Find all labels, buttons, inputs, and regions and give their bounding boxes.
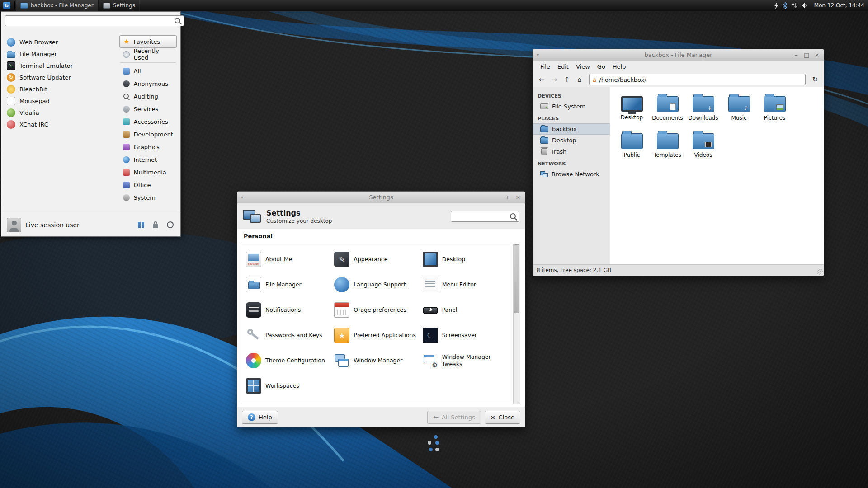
all-settings-button[interactable]: ← All Settings: [427, 411, 481, 424]
menu-app-vidalia[interactable]: Vidalia: [5, 107, 116, 118]
menu-app-terminal-emulator[interactable]: Terminal Emulator: [5, 60, 116, 71]
category-auditing[interactable]: Auditing: [119, 90, 177, 103]
menu-file[interactable]: File: [537, 62, 554, 71]
settings-item-preferred-applications[interactable]: Preferred Applications: [334, 323, 422, 348]
window-shade-icon[interactable]: ▾: [537, 52, 539, 57]
help-button[interactable]: ? Help: [242, 411, 278, 424]
category-office[interactable]: Office: [119, 178, 177, 191]
minimize-button[interactable]: –: [793, 52, 799, 58]
close-button[interactable]: ×: [814, 52, 820, 58]
settings-item-workspaces[interactable]: Workspaces: [246, 373, 334, 399]
folder-desktop[interactable]: Desktop: [614, 92, 650, 129]
whisker-menu: Web Browser File Manager Terminal Emulat…: [1, 11, 181, 237]
settings-search-input[interactable]: [451, 211, 519, 222]
taskbar-item-settings[interactable]: Settings: [99, 0, 140, 11]
sidebar-item-browse-network[interactable]: Browse Network: [533, 169, 610, 180]
settings-item-language-support[interactable]: Language Support: [334, 272, 422, 297]
menu-app-web-browser[interactable]: Web Browser: [5, 36, 116, 48]
logout-button[interactable]: [165, 220, 175, 230]
settings-item-desktop[interactable]: Desktop: [423, 247, 511, 272]
path-bar[interactable]: ⌂ /home/backbox/: [589, 74, 806, 85]
sidebar-item-trash[interactable]: Trash: [533, 146, 610, 157]
scrollbar[interactable]: [513, 244, 520, 404]
menu-app-mousepad[interactable]: Mousepad: [5, 95, 116, 107]
sidebar-item-file-system[interactable]: File System: [533, 101, 610, 112]
settings-manager-button[interactable]: [136, 220, 146, 230]
settings-item-window-manager-tweaks[interactable]: Window Manager Tweaks: [423, 348, 511, 373]
category-all[interactable]: All: [119, 65, 177, 77]
folder-pictures[interactable]: Pictures: [757, 92, 793, 129]
maximize-button[interactable]: □: [804, 52, 809, 58]
launcher-icon[interactable]: [774, 2, 779, 9]
menu-app-file-manager[interactable]: File Manager: [5, 48, 116, 60]
back-button[interactable]: ←: [536, 74, 547, 85]
settings-heading: Settings: [266, 209, 332, 217]
lock-screen-button[interactable]: [151, 220, 160, 230]
category-system[interactable]: System: [119, 191, 177, 204]
network-icon[interactable]: [791, 2, 797, 9]
taskbar-item-file-manager[interactable]: backbox - File Manager: [16, 0, 99, 11]
volume-icon[interactable]: [801, 2, 808, 9]
menu-view[interactable]: View: [572, 62, 594, 71]
file-manager-window: ▾ backbox - File Manager – □ × File Edit…: [533, 49, 824, 276]
search-icon: [510, 213, 516, 219]
category-favorites[interactable]: ★ Favorites: [119, 35, 177, 48]
category-multimedia[interactable]: Multimedia: [119, 166, 177, 178]
multimedia-icon: [123, 169, 130, 176]
forward-button[interactable]: →: [548, 74, 560, 85]
gear-icon: [123, 194, 130, 201]
user-name: Live session user: [25, 221, 80, 229]
category-services[interactable]: Services: [119, 103, 177, 115]
settings-item-window-manager[interactable]: Window Manager: [334, 348, 422, 373]
scrollbar-thumb[interactable]: [514, 244, 519, 313]
menu-search-input[interactable]: [5, 15, 184, 26]
folder-public[interactable]: Public: [614, 129, 650, 166]
sidebar-item-desktop[interactable]: Desktop: [533, 135, 610, 146]
folder-videos[interactable]: Videos: [685, 129, 721, 166]
category-anonymous[interactable]: Anonymous: [119, 77, 177, 90]
close-button[interactable]: ×: [515, 194, 521, 201]
menu-go[interactable]: Go: [594, 62, 609, 71]
category-internet[interactable]: Internet: [119, 153, 177, 166]
file-manager-titlebar[interactable]: ▾ backbox - File Manager – □ ×: [533, 49, 824, 61]
home-button[interactable]: ⌂: [574, 74, 585, 85]
settings-item-orage-preferences[interactable]: Orage preferences: [334, 297, 422, 323]
reload-button[interactable]: ↻: [809, 74, 821, 85]
maximize-button[interactable]: +: [505, 194, 510, 201]
settings-item-appearance[interactable]: Appearance: [334, 247, 422, 272]
category-graphics[interactable]: Graphics: [119, 141, 177, 153]
separator: [120, 62, 176, 63]
file-manager-icon: [7, 52, 15, 58]
folder-documents[interactable]: Documents: [650, 92, 685, 129]
sidebar-item-backbox[interactable]: backbox: [533, 123, 610, 135]
category-accessories[interactable]: Accessories: [119, 115, 177, 128]
menu-help[interactable]: Help: [609, 62, 630, 71]
settings-item-menu-editor[interactable]: Menu Editor: [423, 272, 511, 297]
folder-templates[interactable]: Templates: [650, 129, 685, 166]
back-arrow-icon: ←: [433, 413, 439, 421]
settings-item-notifications[interactable]: Notifications: [246, 297, 334, 323]
menu-edit[interactable]: Edit: [554, 62, 572, 71]
menu-app-xchat-irc[interactable]: XChat IRC: [5, 118, 116, 130]
close-button[interactable]: × Close: [485, 411, 520, 424]
up-button[interactable]: ↑: [561, 74, 573, 85]
folder-downloads[interactable]: ↓ Downloads: [685, 92, 721, 129]
spinner-dot: [434, 435, 438, 439]
settings-item-panel[interactable]: Panel: [423, 297, 511, 323]
resize-grip[interactable]: [817, 269, 823, 275]
category-recently-used[interactable]: Recently Used: [119, 48, 177, 61]
applications-menu-button[interactable]: b: [0, 0, 14, 11]
category-development[interactable]: Development: [119, 128, 177, 141]
settings-item-theme-configuration[interactable]: Theme Configuration: [246, 348, 334, 373]
settings-item-file-manager[interactable]: File Manager: [246, 272, 334, 297]
clock[interactable]: Mon 12 Oct, 14:44: [814, 2, 864, 9]
settings-item-about-me[interactable]: 1829102 About Me: [246, 247, 334, 272]
menu-app-software-updater[interactable]: Software Updater: [5, 71, 116, 83]
settings-item-screensaver[interactable]: Screensaver: [423, 323, 511, 348]
bluetooth-icon[interactable]: [783, 2, 788, 9]
settings-item-passwords-and-keys[interactable]: Passwords and Keys: [246, 323, 334, 348]
folder-music[interactable]: ♪ Music: [721, 92, 757, 129]
menu-app-bleachbit[interactable]: BleachBit: [5, 83, 116, 95]
settings-titlebar[interactable]: ▾ Settings + ×: [237, 192, 525, 203]
window-shade-icon[interactable]: ▾: [241, 195, 243, 200]
